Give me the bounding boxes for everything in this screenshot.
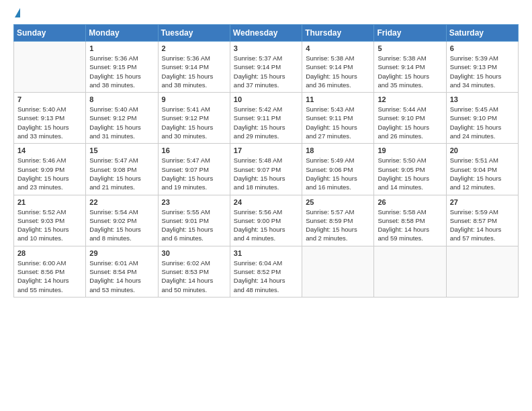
calendar-day-cell: 4Sunrise: 5:38 AM Sunset: 9:14 PM Daylig… — [302, 42, 374, 93]
calendar-day-cell: 31Sunrise: 6:04 AM Sunset: 8:52 PM Dayli… — [230, 246, 302, 297]
day-number: 25 — [306, 198, 370, 206]
page: SundayMondayTuesdayWednesdayThursdayFrid… — [0, 0, 532, 411]
day-number: 30 — [162, 249, 226, 257]
calendar-day-cell: 1Sunrise: 5:36 AM Sunset: 9:15 PM Daylig… — [86, 42, 158, 93]
day-info: Sunrise: 5:44 AM Sunset: 9:10 PM Dayligh… — [378, 105, 442, 140]
logo-triangle-icon — [15, 8, 20, 17]
calendar-day-cell: 10Sunrise: 5:42 AM Sunset: 9:11 PM Dayli… — [230, 93, 302, 144]
calendar-week-row: 7Sunrise: 5:40 AM Sunset: 9:13 PM Daylig… — [14, 93, 519, 144]
day-number: 23 — [162, 198, 226, 206]
day-info: Sunrise: 5:43 AM Sunset: 9:11 PM Dayligh… — [306, 105, 370, 140]
calendar-day-cell — [14, 42, 86, 93]
col-header-thursday: Thursday — [302, 25, 374, 42]
day-number: 14 — [17, 146, 82, 154]
day-number: 1 — [89, 44, 154, 52]
calendar-table: SundayMondayTuesdayWednesdayThursdayFrid… — [13, 24, 519, 298]
day-number: 28 — [17, 249, 82, 257]
calendar-day-cell: 21Sunrise: 5:52 AM Sunset: 9:03 PM Dayli… — [14, 195, 86, 246]
day-info: Sunrise: 5:50 AM Sunset: 9:05 PM Dayligh… — [378, 156, 442, 191]
day-number: 27 — [450, 198, 515, 206]
calendar-day-cell: 28Sunrise: 6:00 AM Sunset: 8:56 PM Dayli… — [14, 246, 86, 297]
calendar-day-cell: 29Sunrise: 6:01 AM Sunset: 8:54 PM Dayli… — [86, 246, 158, 297]
day-info: Sunrise: 5:36 AM Sunset: 9:15 PM Dayligh… — [89, 54, 154, 89]
calendar-day-cell: 16Sunrise: 5:47 AM Sunset: 9:07 PM Dayli… — [158, 144, 230, 195]
calendar-week-row: 28Sunrise: 6:00 AM Sunset: 8:56 PM Dayli… — [14, 246, 519, 297]
calendar-day-cell: 18Sunrise: 5:49 AM Sunset: 9:06 PM Dayli… — [302, 144, 374, 195]
calendar-day-cell: 24Sunrise: 5:56 AM Sunset: 9:00 PM Dayli… — [230, 195, 302, 246]
col-header-monday: Monday — [86, 25, 158, 42]
day-number: 15 — [89, 146, 154, 154]
day-number: 17 — [234, 146, 298, 154]
day-info: Sunrise: 5:40 AM Sunset: 9:12 PM Dayligh… — [89, 105, 154, 140]
day-info: Sunrise: 6:02 AM Sunset: 8:53 PM Dayligh… — [162, 259, 226, 294]
calendar-day-cell — [374, 246, 446, 297]
calendar-day-cell: 17Sunrise: 5:48 AM Sunset: 9:07 PM Dayli… — [230, 144, 302, 195]
day-number: 26 — [378, 198, 442, 206]
day-number: 31 — [234, 249, 298, 257]
day-info: Sunrise: 5:54 AM Sunset: 9:02 PM Dayligh… — [89, 208, 154, 243]
day-number: 16 — [162, 146, 226, 154]
day-info: Sunrise: 5:52 AM Sunset: 9:03 PM Dayligh… — [17, 208, 82, 243]
day-info: Sunrise: 6:01 AM Sunset: 8:54 PM Dayligh… — [89, 259, 154, 294]
day-info: Sunrise: 5:47 AM Sunset: 9:08 PM Dayligh… — [89, 156, 154, 191]
calendar-header-row: SundayMondayTuesdayWednesdayThursdayFrid… — [14, 25, 519, 42]
day-number: 22 — [89, 198, 154, 206]
calendar-day-cell: 30Sunrise: 6:02 AM Sunset: 8:53 PM Dayli… — [158, 246, 230, 297]
day-number: 12 — [378, 95, 442, 103]
day-info: Sunrise: 5:40 AM Sunset: 9:13 PM Dayligh… — [17, 105, 82, 140]
day-number: 10 — [234, 95, 298, 103]
day-info: Sunrise: 5:37 AM Sunset: 9:14 PM Dayligh… — [234, 54, 298, 89]
day-number: 5 — [378, 44, 442, 52]
day-info: Sunrise: 5:59 AM Sunset: 8:57 PM Dayligh… — [450, 208, 515, 243]
header — [13, 11, 519, 17]
calendar-week-row: 1Sunrise: 5:36 AM Sunset: 9:15 PM Daylig… — [14, 42, 519, 93]
day-info: Sunrise: 5:38 AM Sunset: 9:14 PM Dayligh… — [378, 54, 442, 89]
day-info: Sunrise: 5:49 AM Sunset: 9:06 PM Dayligh… — [306, 156, 370, 191]
day-info: Sunrise: 5:39 AM Sunset: 9:13 PM Dayligh… — [450, 54, 515, 89]
calendar-day-cell: 13Sunrise: 5:45 AM Sunset: 9:10 PM Dayli… — [446, 93, 518, 144]
col-header-tuesday: Tuesday — [158, 25, 230, 42]
day-info: Sunrise: 5:58 AM Sunset: 8:58 PM Dayligh… — [378, 208, 442, 243]
calendar-day-cell — [302, 246, 374, 297]
day-number: 2 — [162, 44, 226, 52]
day-number: 24 — [234, 198, 298, 206]
day-info: Sunrise: 5:48 AM Sunset: 9:07 PM Dayligh… — [234, 156, 298, 191]
calendar-day-cell: 8Sunrise: 5:40 AM Sunset: 9:12 PM Daylig… — [86, 93, 158, 144]
calendar-day-cell: 6Sunrise: 5:39 AM Sunset: 9:13 PM Daylig… — [446, 42, 518, 93]
calendar-day-cell: 7Sunrise: 5:40 AM Sunset: 9:13 PM Daylig… — [14, 93, 86, 144]
day-number: 19 — [378, 146, 442, 154]
calendar-day-cell: 12Sunrise: 5:44 AM Sunset: 9:10 PM Dayli… — [374, 93, 446, 144]
day-number: 11 — [306, 95, 370, 103]
day-number: 18 — [306, 146, 370, 154]
day-info: Sunrise: 6:04 AM Sunset: 8:52 PM Dayligh… — [234, 259, 298, 294]
calendar-week-row: 21Sunrise: 5:52 AM Sunset: 9:03 PM Dayli… — [14, 195, 519, 246]
day-info: Sunrise: 5:46 AM Sunset: 9:09 PM Dayligh… — [17, 156, 82, 191]
day-number: 8 — [89, 95, 154, 103]
calendar-day-cell: 9Sunrise: 5:41 AM Sunset: 9:12 PM Daylig… — [158, 93, 230, 144]
calendar-day-cell: 27Sunrise: 5:59 AM Sunset: 8:57 PM Dayli… — [446, 195, 518, 246]
day-number: 4 — [306, 44, 370, 52]
day-number: 13 — [450, 95, 515, 103]
day-info: Sunrise: 6:00 AM Sunset: 8:56 PM Dayligh… — [17, 259, 82, 294]
day-info: Sunrise: 5:55 AM Sunset: 9:01 PM Dayligh… — [162, 208, 226, 243]
calendar-day-cell: 15Sunrise: 5:47 AM Sunset: 9:08 PM Dayli… — [86, 144, 158, 195]
calendar-day-cell: 14Sunrise: 5:46 AM Sunset: 9:09 PM Dayli… — [14, 144, 86, 195]
day-info: Sunrise: 5:41 AM Sunset: 9:12 PM Dayligh… — [162, 105, 226, 140]
day-number: 9 — [162, 95, 226, 103]
calendar-day-cell: 20Sunrise: 5:51 AM Sunset: 9:04 PM Dayli… — [446, 144, 518, 195]
calendar-day-cell: 3Sunrise: 5:37 AM Sunset: 9:14 PM Daylig… — [230, 42, 302, 93]
calendar-day-cell: 5Sunrise: 5:38 AM Sunset: 9:14 PM Daylig… — [374, 42, 446, 93]
col-header-friday: Friday — [374, 25, 446, 42]
day-info: Sunrise: 5:45 AM Sunset: 9:10 PM Dayligh… — [450, 105, 515, 140]
calendar-day-cell: 22Sunrise: 5:54 AM Sunset: 9:02 PM Dayli… — [86, 195, 158, 246]
day-info: Sunrise: 5:57 AM Sunset: 8:59 PM Dayligh… — [306, 208, 370, 243]
calendar-day-cell: 19Sunrise: 5:50 AM Sunset: 9:05 PM Dayli… — [374, 144, 446, 195]
col-header-saturday: Saturday — [446, 25, 518, 42]
col-header-sunday: Sunday — [14, 25, 86, 42]
calendar-day-cell: 23Sunrise: 5:55 AM Sunset: 9:01 PM Dayli… — [158, 195, 230, 246]
day-info: Sunrise: 5:51 AM Sunset: 9:04 PM Dayligh… — [450, 156, 515, 191]
logo — [13, 11, 20, 17]
calendar-day-cell: 11Sunrise: 5:43 AM Sunset: 9:11 PM Dayli… — [302, 93, 374, 144]
day-number: 3 — [234, 44, 298, 52]
calendar-week-row: 14Sunrise: 5:46 AM Sunset: 9:09 PM Dayli… — [14, 144, 519, 195]
